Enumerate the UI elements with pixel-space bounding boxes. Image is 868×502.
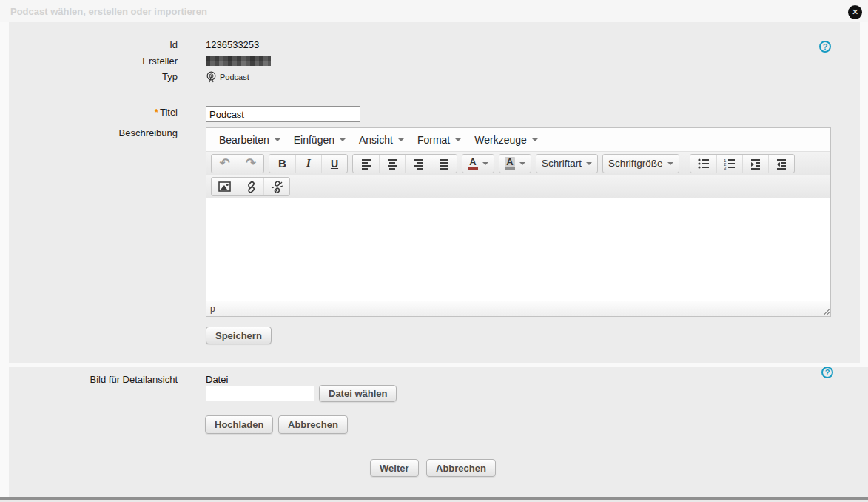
type-value-row: Podcast — [206, 71, 249, 83]
undo-button[interactable]: ↶ — [212, 155, 238, 173]
font-size-group: Schriftgröße — [602, 154, 679, 173]
close-icon[interactable]: ✕ — [848, 5, 862, 19]
background-color-icon: A — [505, 157, 515, 170]
editor-toolbar-row2 — [206, 175, 830, 198]
insert-link-button[interactable] — [238, 178, 263, 195]
id-label: Id — [74, 39, 178, 50]
chevron-down-icon — [667, 162, 673, 165]
image-upload-panel — [9, 367, 868, 498]
undo-icon: ↶ — [219, 155, 229, 171]
image-icon — [218, 181, 231, 193]
file-label: Datei — [206, 374, 228, 385]
footer-cancel-button[interactable]: Abbrechen — [426, 459, 496, 477]
text-color-icon: A — [468, 157, 478, 170]
help-icon[interactable]: ? — [819, 41, 831, 53]
bold-icon: B — [278, 157, 286, 170]
forecolor-group: A — [462, 154, 494, 173]
chevron-down-icon — [519, 162, 525, 165]
editor-statusbar: p — [206, 301, 830, 316]
editor-menubar: Bearbeiten Einfügen Ansicht Format Werkz… — [206, 128, 830, 152]
alignment-group — [352, 154, 457, 173]
upload-button[interactable]: Hochladen — [205, 415, 273, 434]
align-right-button[interactable] — [405, 155, 431, 173]
align-justify-icon — [438, 158, 450, 170]
svg-text:3: 3 — [724, 165, 727, 170]
outdent-icon — [776, 158, 787, 170]
menu-einfuegen[interactable]: Einfügen — [287, 130, 352, 150]
insert-group — [211, 177, 290, 196]
id-value: 1236533253 — [206, 39, 259, 50]
required-marker: * — [155, 107, 158, 118]
type-value: Podcast — [220, 73, 249, 81]
editor-toolbar-row1: ↶ ↷ B I U — [206, 152, 830, 175]
podcast-icon — [206, 71, 217, 83]
numbered-list-icon: 123 — [723, 158, 736, 170]
remove-link-button[interactable] — [263, 178, 289, 195]
font-family-select[interactable]: Schriftart — [536, 155, 597, 173]
menu-ansicht[interactable]: Ansicht — [352, 130, 411, 150]
font-style-group: B I U — [269, 154, 348, 173]
backcolor-group: A — [499, 154, 531, 173]
indent-button[interactable] — [742, 155, 768, 173]
italic-button[interactable]: I — [295, 155, 321, 173]
bullet-list-icon — [697, 158, 710, 170]
menu-werkzeuge[interactable]: Werkzeuge — [468, 130, 545, 150]
editor-content-area[interactable] — [206, 198, 830, 301]
history-group: ↶ ↷ — [211, 154, 264, 173]
link-icon — [245, 181, 258, 193]
menu-bearbeiten[interactable]: Bearbeiten — [212, 130, 287, 150]
bullet-list-button[interactable] — [690, 155, 716, 173]
numbered-list-button[interactable]: 123 — [716, 155, 742, 173]
help-icon[interactable]: ? — [821, 367, 833, 378]
chevron-down-icon — [482, 162, 488, 165]
dialog-titlebar: Podcast wählen, erstellen oder importier… — [0, 0, 868, 22]
chevron-down-icon — [532, 138, 538, 141]
outdent-button[interactable] — [768, 155, 794, 173]
chevron-down-icon — [586, 162, 592, 165]
chevron-down-icon — [398, 138, 404, 141]
font-size-select[interactable]: Schriftgröße — [603, 155, 679, 173]
chevron-down-icon — [275, 138, 280, 141]
bold-button[interactable]: B — [269, 155, 295, 173]
description-label: Beschreibung — [74, 127, 178, 138]
italic-icon: I — [306, 157, 311, 170]
list-indent-group: 123 — [690, 154, 795, 173]
align-center-button[interactable] — [379, 155, 405, 173]
align-center-icon — [386, 158, 398, 170]
underline-icon: U — [331, 158, 338, 170]
section-divider — [10, 93, 835, 93]
underline-button[interactable]: U — [321, 155, 347, 173]
insert-image-button[interactable] — [212, 178, 238, 195]
dialog-title: Podcast wählen, erstellen oder importier… — [10, 6, 207, 17]
title-label: *Titel — [74, 107, 178, 118]
detail-image-label: Bild für Detailansicht — [44, 374, 178, 385]
redo-icon: ↷ — [246, 155, 256, 171]
align-justify-button[interactable] — [431, 155, 457, 173]
background-color-button[interactable]: A — [499, 155, 531, 173]
chevron-down-icon — [340, 138, 346, 141]
menu-format[interactable]: Format — [411, 130, 468, 150]
font-family-group: Schriftart — [536, 154, 598, 173]
align-left-button[interactable] — [353, 155, 379, 173]
upload-cancel-button[interactable]: Abbrechen — [278, 415, 348, 434]
indent-icon — [750, 158, 761, 170]
title-input[interactable] — [206, 106, 360, 122]
save-button[interactable]: Speichern — [206, 327, 272, 344]
podcast-dialog: Podcast wählen, erstellen oder importier… — [0, 0, 868, 502]
richtext-editor: Bearbeiten Einfügen Ansicht Format Werkz… — [206, 127, 831, 317]
resize-grip-icon[interactable] — [821, 307, 830, 315]
align-right-icon — [412, 158, 424, 170]
element-path[interactable]: p — [210, 304, 215, 314]
next-button[interactable]: Weiter — [370, 459, 419, 477]
creator-label: Ersteller — [74, 56, 178, 67]
file-path-input[interactable] — [206, 386, 314, 401]
chevron-down-icon — [455, 138, 461, 141]
redo-button[interactable]: ↷ — [238, 155, 263, 173]
align-left-icon — [360, 158, 372, 170]
type-label: Typ — [74, 71, 178, 82]
choose-file-button[interactable]: Datei wählen — [319, 385, 397, 402]
text-color-button[interactable]: A — [462, 155, 494, 173]
creator-redacted-value — [206, 56, 271, 66]
unlink-icon — [271, 181, 283, 193]
